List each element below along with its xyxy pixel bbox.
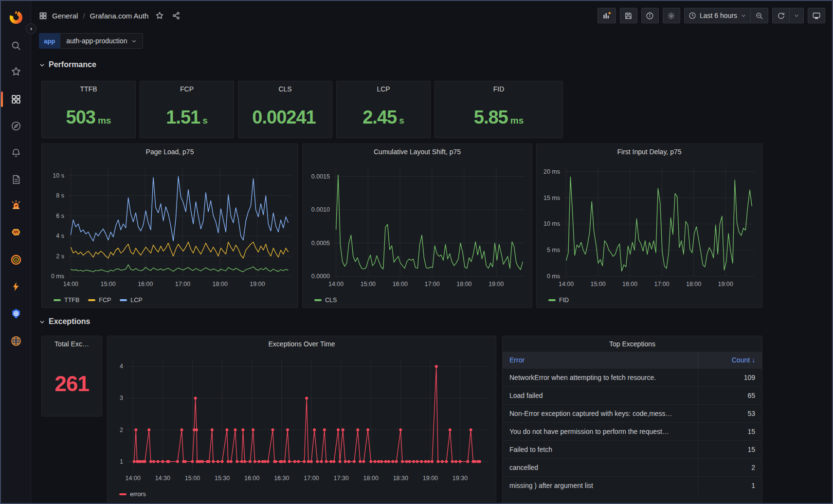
legend-label: FCP (99, 297, 111, 304)
svg-text:4 s: 4 s (56, 233, 64, 239)
legend-swatch (54, 299, 61, 301)
machine-learning-icon[interactable] (6, 223, 26, 242)
stat-value: 2.45 s (362, 107, 404, 128)
dashboards-icon[interactable] (6, 90, 26, 109)
svg-text:17:00: 17:00 (654, 281, 669, 288)
column-header-count[interactable]: Count ↓ (698, 352, 762, 368)
stat-number: 261 (54, 372, 89, 396)
legend-item[interactable]: LCP (120, 297, 142, 304)
stat-number: 1.51 (166, 107, 200, 128)
cls-chart[interactable]: 0.00000.00050.00100.001514:0015:0016:001… (303, 160, 532, 293)
svg-text:14:00: 14:00 (63, 281, 78, 288)
page-load-chart[interactable]: 0 ms2 s4 s6 s8 s10 s14:0015:0016:0017:00… (42, 160, 298, 293)
section-exceptions[interactable]: Exceptions (39, 317, 90, 326)
legend-item[interactable]: FID (548, 297, 569, 304)
legend-item[interactable]: errors (119, 491, 146, 498)
synthetic-monitoring-icon[interactable] (6, 331, 26, 351)
legend-item[interactable]: TTFB (54, 297, 79, 304)
breadcrumb-dashboard-title[interactable]: Grafana.com Auth (90, 12, 149, 20)
stat-unit: ms (98, 115, 111, 126)
time-range-picker[interactable]: Last 6 hours (684, 8, 751, 23)
legend-label: LCP (130, 297, 142, 304)
svg-text:18:00: 18:00 (686, 281, 701, 288)
count-cell: 109 (698, 369, 762, 386)
incident-icon[interactable] (6, 250, 26, 270)
exceptions-chart[interactable]: 123414:0014:3015:0015:3016:0016:3017:001… (108, 352, 496, 487)
stat-panel-fcp: FCP 1.51 s (140, 81, 234, 138)
error-cell: NetworkError when attempting to fetch re… (503, 369, 698, 386)
save-dashboard-button[interactable] (620, 8, 637, 23)
svg-text:2: 2 (120, 427, 123, 433)
panel-title: FID (435, 81, 562, 97)
stat-unit: s (202, 115, 208, 126)
svg-text:15 ms: 15 ms (543, 195, 560, 201)
legend: FID (537, 293, 762, 307)
refresh-button[interactable] (772, 8, 790, 23)
svg-text:16:00: 16:00 (622, 281, 637, 288)
share-icon[interactable] (172, 11, 181, 20)
svg-text:17:00: 17:00 (304, 475, 319, 482)
column-header-error[interactable]: Error (503, 352, 698, 368)
sidebar-expand-button[interactable]: › (26, 23, 36, 34)
breadcrumb-general[interactable]: General (52, 12, 78, 20)
kiosk-mode-button[interactable] (808, 8, 825, 23)
alerting-icon[interactable] (6, 143, 26, 162)
legend-label: CLS (325, 297, 337, 304)
svg-text:14:00: 14:00 (328, 281, 344, 288)
stat-panel-cls: CLS 0.00241 (238, 81, 332, 138)
legend-label: FID (559, 297, 569, 304)
dashboard-settings-button[interactable] (663, 8, 680, 23)
zoom-out-time-button[interactable] (751, 8, 768, 23)
fid-chart[interactable]: 0 ms5 ms10 ms15 ms20 ms14:0015:0016:0017… (537, 160, 762, 293)
svg-text:16:00: 16:00 (138, 281, 153, 288)
breadcrumb: General / Grafana.com Auth (39, 11, 181, 20)
refresh-interval-button[interactable] (790, 8, 804, 23)
panel-title: FCP (140, 81, 234, 97)
svg-text:0.0015: 0.0015 (311, 173, 330, 180)
time-range-label: Last 6 hours (700, 12, 737, 19)
legend-item[interactable]: CLS (314, 297, 337, 304)
svg-text:0 ms: 0 ms (547, 273, 560, 280)
page-load-panel: Page Load, p75 0 ms2 s4 s6 s8 s10 s14:00… (41, 144, 298, 308)
chevron-down-icon (131, 38, 137, 44)
svg-text:19:00: 19:00 (489, 281, 504, 288)
legend: CLS (303, 293, 532, 307)
stat-number: 5.85 (474, 107, 508, 128)
svg-text:15:00: 15:00 (185, 475, 200, 482)
refresh-controls (772, 8, 804, 23)
stat-panel-ttfb: TTFB 503 ms (41, 81, 136, 138)
explore-icon[interactable] (6, 116, 26, 136)
kubernetes-monitoring-icon[interactable] (6, 304, 26, 324)
error-cell: Load failed (503, 387, 698, 404)
dashboard-insights-button[interactable] (641, 8, 659, 23)
svg-text:17:00: 17:00 (175, 281, 190, 288)
stat-number: 0.00241 (252, 107, 315, 128)
panel-title: Total Exc… (42, 336, 102, 352)
variable-label[interactable]: app (39, 33, 60, 49)
dashboard-header: General / Grafana.com Auth (39, 6, 825, 25)
documents-icon[interactable] (6, 170, 26, 189)
star-icon[interactable] (155, 11, 164, 20)
panel-title: CLS (238, 81, 332, 97)
count-cell: 2 (698, 459, 762, 476)
svg-text:4: 4 (120, 363, 123, 370)
panel-title: Cumulative Layout Shift, p75 (303, 144, 532, 160)
stat-panel-fid: FID 5.85 ms (435, 81, 563, 138)
oncall-icon[interactable] (6, 196, 26, 215)
legend-swatch (548, 299, 556, 301)
stat-value: 503 ms (66, 107, 111, 128)
count-cell: 65 (698, 387, 762, 404)
search-icon[interactable] (6, 36, 26, 55)
grafana-logo-icon[interactable] (6, 7, 26, 27)
table-row: NetworkError when attempting to fetch re… (503, 368, 762, 386)
k6-icon[interactable] (6, 277, 26, 296)
stat-value: 5.85 ms (474, 107, 524, 128)
starred-icon[interactable] (6, 62, 26, 81)
variable-value-dropdown[interactable]: auth-app-production (60, 33, 143, 49)
sidebar (1, 1, 31, 503)
add-panel-button[interactable] (598, 8, 616, 23)
count-cell: 15 (698, 441, 762, 458)
section-performance[interactable]: Performance (39, 60, 96, 69)
legend-label: errors (130, 491, 146, 498)
legend-item[interactable]: FCP (88, 297, 111, 304)
